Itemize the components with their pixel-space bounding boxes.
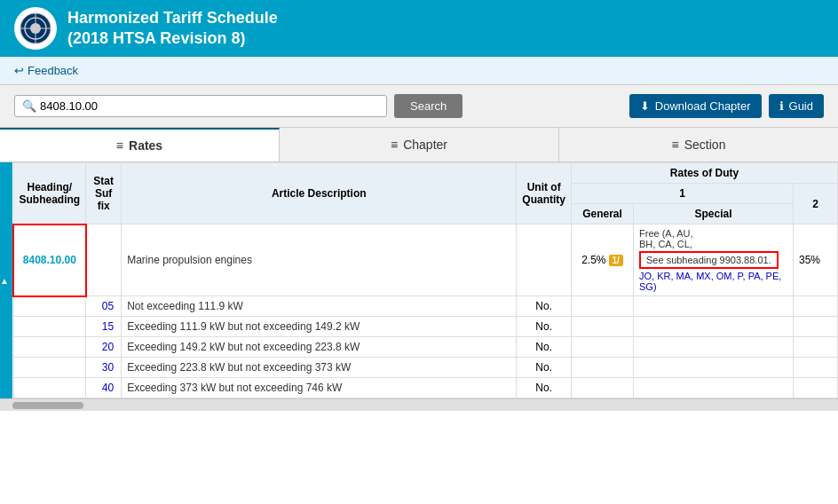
info-icon: ℹ [779,99,784,113]
sub-code: 30 [86,358,122,378]
feedback-link[interactable]: ↩ Feedback [14,64,78,77]
scrollbar-thumb[interactable] [12,402,83,409]
unit-cell [517,224,572,296]
sub-article: Not exceeding 111.9 kW [122,296,517,317]
sub-special [634,358,794,378]
general-cell: 2.5% 1/ [572,224,634,296]
tariff-table: Heading/ Subheading Stat Suf fix Article… [12,162,838,398]
tab-bar: ≡ Rates ≡ Chapter ≡ Section [0,128,838,162]
table-wrap: Heading/ Subheading Stat Suf fix Article… [12,162,838,398]
sub-unit: No. [517,358,572,378]
horizontal-scrollbar[interactable] [0,398,838,411]
sub-special [634,317,794,337]
special-tooltip-box: See subheading 9903.88.01. [639,251,779,269]
scroll-up-arrow[interactable]: ▲ [0,276,9,286]
tab-section[interactable]: ≡ Section [559,128,838,161]
guide-button[interactable]: ℹ Guid [769,94,824,118]
col-header-article: Article Description [122,163,517,224]
left-indicator: ▲ [0,162,12,398]
app-title: Harmonized Tariff Schedule (2018 HTSA Re… [67,8,278,50]
tab-rates[interactable]: ≡ Rates [0,128,280,161]
col-header-unit: Unit of Quantity [517,163,572,224]
special-countries-text: BH, CA, CL, [639,239,787,249]
sub-general [572,317,634,337]
sub-col2 [794,337,838,358]
tab-chapter[interactable]: ≡ Chapter [280,128,559,161]
sub-special [634,337,794,358]
search-input-wrap: 🔍 [14,95,387,117]
sub-col2 [794,296,838,317]
download-chapter-button[interactable]: ⬇ Download Chapter [629,94,762,118]
col-header-col2: 2 [794,184,838,224]
sub-general [572,296,634,317]
sub-col2 [794,378,838,398]
table-row: 30 Exceeding 223.8 kW but not exceeding … [13,358,838,378]
sub-special [634,296,794,317]
sub-general [572,378,634,398]
general-rate-text: 2.5% [581,254,605,266]
sub-unit: No. [517,378,572,398]
special-more-text: JO, KR, MA, MX, OM, P, PA, PE, SG) [639,271,787,292]
sub-article: Exceeding 149.2 kW but not exceeding 223… [122,337,517,358]
sub-col2 [794,358,838,378]
search-input[interactable] [40,99,379,113]
col-header-special: Special [634,204,794,224]
sub-col2 [794,317,838,337]
feedback-bar: ↩ Feedback [0,57,838,85]
rate-badge[interactable]: 1/ [609,255,623,266]
content-area: ▲ Heading/ Subheading Stat Suf fix Artic… [0,162,838,398]
sub-article: Exceeding 373 kW but not exceeding 746 k… [122,378,517,398]
sub-article: Exceeding 111.9 kW but not exceeding 149… [122,317,517,337]
sub-code: 05 [86,296,122,317]
col-header-heading: Heading/ Subheading [13,163,86,224]
sub-unit: No. [517,296,572,317]
special-free-text: Free (A, AU, [639,228,787,239]
filter-icon-2: ≡ [391,138,398,152]
sub-general [572,358,634,378]
article-cell: Marine propulsion engines [122,224,517,296]
search-actions: ⬇ Download Chapter ℹ Guid [629,94,824,118]
sub-code: 20 [86,337,122,358]
sub-general [572,337,634,358]
col-header-col1: 1 [572,184,794,204]
col2-cell: 35% [794,224,838,296]
sub-article: Exceeding 223.8 kW but not exceeding 373… [122,358,517,378]
col-header-general: General [572,204,634,224]
search-bar: 🔍 Search ⬇ Download Chapter ℹ Guid [0,85,838,128]
sub-code: 40 [86,378,122,398]
app-header: Harmonized Tariff Schedule (2018 HTSA Re… [0,0,838,57]
filter-icon: ≡ [116,138,123,153]
main-row: 8408.10.00 Marine propulsion engines 2.5… [13,224,838,296]
sub-code: 15 [86,317,122,337]
search-button[interactable]: Search [394,94,462,118]
col-header-rates: Rates of Duty [572,163,838,184]
app-logo [14,7,57,50]
table-row: 15 Exceeding 111.9 kW but not exceeding … [13,317,838,337]
table-row: 05 Not exceeding 111.9 kW No. [13,296,838,317]
special-cell: Free (A, AU, BH, CA, CL, See subheading … [634,224,794,296]
suffix-cell [86,224,122,296]
download-icon: ⬇ [640,99,650,113]
sub-special [634,378,794,398]
feedback-icon: ↩ [14,64,24,77]
sub-unit: No. [517,337,572,358]
filter-icon-3: ≡ [672,138,679,152]
table-row: 40 Exceeding 373 kW but not exceeding 74… [13,378,838,398]
table-row: 20 Exceeding 149.2 kW but not exceeding … [13,337,838,358]
col-header-suffix: Stat Suf fix [86,163,122,224]
search-icon: 🔍 [22,99,36,113]
heading-cell: 8408.10.00 [13,224,86,296]
sub-unit: No. [517,317,572,337]
